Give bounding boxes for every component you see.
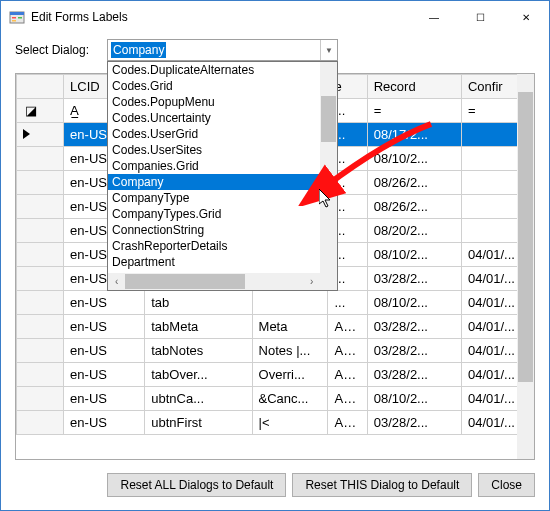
select-dialog-value: Company [111,42,166,58]
dropdown-item[interactable]: Companies.Grid [108,158,337,174]
filter-icon[interactable]: ◪ [23,103,39,118]
reset-this-button[interactable]: Reset THIS Dialog to Default [292,473,472,497]
dropdown-item[interactable]: ConnectionString [108,222,337,238]
table-row[interactable]: en-USubtnCa...&Canc...Auto A...08/10/2..… [17,387,534,411]
svg-rect-3 [12,20,16,22]
select-dialog-combobox[interactable]: Company ▼ [107,39,338,61]
grid-scrollbar[interactable] [517,74,534,459]
row-indicator-icon [23,129,30,139]
chevron-down-icon: ▼ [320,40,337,60]
select-dialog-label: Select Dialog: [15,43,89,57]
grid-header-blank[interactable] [17,75,64,99]
minimize-button[interactable]: — [411,1,457,33]
dropdown-item[interactable]: CompanyTypes.Grid [108,206,337,222]
dropdown-item[interactable]: CrashReporterDetails [108,238,337,254]
table-row[interactable]: en-UStabOver...Overri...Auto A...03/28/2… [17,363,534,387]
footer: Reset ALL Dialogs to Default Reset THIS … [1,470,549,500]
table-row[interactable]: en-UStabMetaMetaAuto A...03/28/2...04/01… [17,315,534,339]
dropdown-item[interactable]: Department [108,254,337,270]
dropdown-scrollbar[interactable] [320,62,337,273]
table-row[interactable]: en-UStab...08/10/2...04/01/... [17,291,534,315]
dropdown-item[interactable]: Codes.Grid [108,78,337,94]
dropdown-item[interactable]: Company [108,174,337,190]
close-dialog-button[interactable]: Close [478,473,535,497]
dropdown-item[interactable]: Codes.PopupMenu [108,94,337,110]
dropdown-item[interactable]: Codes.UserGrid [108,126,337,142]
dropdown-item[interactable]: Codes.UserSites [108,142,337,158]
table-row[interactable]: en-UStabNotesNotes |...Auto A...03/28/2.… [17,339,534,363]
title-bar: Edit Forms Labels — ☐ ✕ [1,1,549,33]
select-dialog-row: Select Dialog: Company ▼ Codes.Duplicate… [1,33,549,71]
grid-header-record[interactable]: Record [367,75,461,99]
svg-rect-2 [12,17,16,19]
filter-textcase-icon[interactable]: A̲ [70,103,79,118]
dropdown-item[interactable]: CompanyType [108,190,337,206]
dropdown-item[interactable]: Codes.DuplicateAlternates [108,62,337,78]
reset-all-button[interactable]: Reset ALL Dialogs to Default [107,473,286,497]
app-icon [9,9,25,25]
close-button[interactable]: ✕ [503,1,549,33]
maximize-button[interactable]: ☐ [457,1,503,33]
table-row[interactable]: en-USubtnFirst|<Auto A...03/28/2...04/01… [17,411,534,435]
dropdown-item[interactable]: Codes.Uncertainty [108,110,337,126]
window-title: Edit Forms Labels [31,10,411,24]
dropdown-hscrollbar[interactable]: ‹› [108,273,320,290]
svg-rect-1 [10,12,24,15]
svg-rect-4 [18,17,22,19]
select-dialog-dropdown[interactable]: Codes.DuplicateAlternatesCodes.GridCodes… [107,61,338,291]
